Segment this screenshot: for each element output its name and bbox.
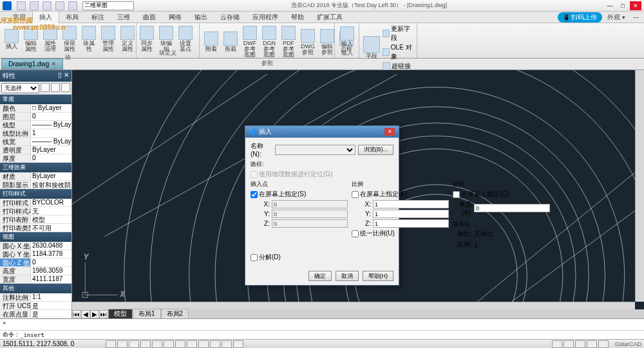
property-row[interactable]: 线型比例1 [0, 129, 71, 138]
ribbon-button[interactable]: 插入 [3, 28, 21, 51]
vertical-scrollbar[interactable] [635, 70, 644, 302]
qat-open-icon[interactable] [30, 1, 39, 10]
ribbon-button[interactable]: 剪裁 [222, 30, 240, 53]
selection-filter[interactable]: 无选择 [1, 83, 39, 93]
select-objects-icon[interactable] [61, 83, 70, 92]
ribbon-button[interactable]: DWG参照 [299, 28, 317, 57]
property-row[interactable]: 材质ByLayer [0, 172, 71, 181]
ribbon-minimize-icon[interactable]: — [630, 14, 641, 21]
property-row[interactable]: 线宽——— ByLayer [0, 138, 71, 146]
scale-x-input[interactable] [373, 200, 449, 208]
insert-z-input[interactable] [272, 219, 348, 228]
sb-right3-icon[interactable] [575, 340, 585, 348]
property-row[interactable]: 线型——— ByLayer [0, 121, 71, 129]
ribbon-tab-help[interactable]: 帮助 [285, 12, 310, 23]
sb-right2-icon[interactable] [564, 340, 574, 348]
property-row[interactable]: 打印表附模型 [0, 215, 71, 224]
property-row[interactable]: 打印样式BYCOLOR [0, 199, 71, 207]
close-button[interactable]: ✕ [630, 1, 641, 10]
ribbon-button[interactable]: 属性清理 [41, 24, 59, 53]
property-row[interactable]: 阴影显示投射和接收阴影 [0, 181, 71, 189]
property-section-header[interactable]: 打印样式 [0, 189, 71, 199]
dialog-close-button[interactable]: ✕ [384, 128, 395, 136]
lwt-toggle-icon[interactable] [175, 340, 185, 348]
sb-right4-icon[interactable] [587, 340, 597, 348]
ribbon-button[interactable]: 块属性 [80, 24, 98, 53]
property-section-header[interactable]: 三维效果 [0, 163, 71, 172]
ribbon-button[interactable]: 管理属性 [99, 24, 117, 53]
layout-nav-prev-icon[interactable]: ◀ [81, 310, 90, 318]
scale-onscreen-checkbox[interactable] [352, 191, 359, 198]
otrack-toggle-icon[interactable] [164, 340, 174, 348]
qat-redo-icon[interactable] [68, 1, 77, 10]
rotation-onscreen-checkbox[interactable] [453, 191, 460, 198]
qat-undo-icon[interactable] [55, 1, 64, 10]
insert-x-input[interactable] [272, 200, 348, 208]
property-row[interactable]: 圆心 Y 坐标1184.3778 [0, 250, 71, 259]
appearance-button[interactable]: 外观 ▾ [605, 13, 628, 22]
ribbon-tab-3d[interactable]: 三维 [111, 12, 137, 23]
minimize-button[interactable]: — [604, 1, 616, 10]
ribbon-button[interactable]: 附着 [202, 30, 220, 53]
ribbon-button-field[interactable]: 字段 [362, 35, 381, 60]
property-row[interactable]: 图层0 [0, 113, 71, 121]
dyn-toggle-icon[interactable] [187, 340, 197, 348]
property-row[interactable]: 注释比例1:1 [0, 293, 71, 302]
insert-point-onscreen-checkbox[interactable] [251, 191, 258, 198]
ribbon-tab-home[interactable]: 常用 [6, 12, 32, 23]
scale-y-input[interactable] [373, 210, 449, 218]
model-toggle-icon[interactable] [198, 340, 209, 348]
layout1-tab[interactable]: 布局1 [133, 309, 161, 318]
property-row[interactable]: 在原点显是 [0, 310, 71, 318]
ribbon-small-button[interactable]: OLE 对象 [383, 43, 414, 61]
ribbon-button[interactable]: 保留属性 [61, 24, 79, 53]
ribbon-small-button[interactable]: 超链接 [383, 62, 414, 71]
maximize-button[interactable]: □ [617, 1, 629, 10]
property-row[interactable]: 打印表类型不可用 [0, 224, 71, 232]
property-row[interactable]: 高度1986.3059 [0, 267, 71, 275]
ribbon-small-button[interactable]: 更新字段 [383, 24, 414, 42]
polar-toggle-icon[interactable] [140, 340, 151, 348]
ribbon-tab-surface[interactable]: 曲面 [137, 12, 162, 23]
workspace-selector[interactable] [82, 1, 134, 10]
sb-extra3-icon[interactable] [233, 340, 243, 348]
layout-nav-next-icon[interactable]: ▶ [90, 310, 99, 318]
snap-toggle-icon[interactable] [106, 340, 116, 348]
property-row[interactable]: 圆心 Z 坐标0 [0, 259, 71, 267]
sb-extra2-icon[interactable] [222, 340, 232, 348]
ribbon-button[interactable]: DGN参考底图 [260, 24, 278, 59]
property-row[interactable]: 透明度ByLayer [0, 146, 71, 154]
ribbon-button[interactable]: 编辑参照 [318, 28, 336, 57]
property-section-header[interactable]: 视图 [0, 232, 71, 242]
sb-right5-icon[interactable] [598, 340, 609, 348]
property-row[interactable]: 颜色□ ByLayer [0, 104, 71, 113]
explode-checkbox[interactable] [251, 254, 258, 261]
osnap-toggle-icon[interactable] [152, 340, 162, 348]
command-input[interactable] [20, 332, 641, 338]
property-row[interactable]: 厚度0 [0, 154, 71, 163]
property-row[interactable]: 打开 UCS是 [0, 302, 71, 310]
pickadd-icon[interactable] [51, 83, 60, 92]
ribbon-tab-annotate[interactable]: 标注 [85, 12, 111, 23]
layout-nav-first-icon[interactable]: ⏮ [72, 310, 81, 318]
ok-button[interactable]: 确定 [308, 271, 332, 281]
scale-z-input[interactable] [373, 219, 449, 228]
ribbon-button[interactable]: 编辑属性 [22, 24, 40, 53]
ribbon-tab-extensions[interactable]: 扩展工具 [310, 12, 349, 23]
block-name-select[interactable] [275, 145, 355, 155]
property-section-header[interactable]: 常规 [0, 95, 71, 104]
doc-tab-close-icon[interactable]: ✕ [52, 61, 56, 67]
ribbon-tab-mesh[interactable]: 网络 [162, 12, 188, 23]
panel-close-icon[interactable]: ▯ ✕ [58, 71, 69, 80]
qat-new-icon[interactable] [17, 1, 26, 10]
ribbon-tab-output[interactable]: 输出 [188, 12, 214, 23]
layout-nav-last-icon[interactable]: ⏭ [99, 310, 108, 318]
ribbon-button[interactable]: 输入 [337, 25, 356, 48]
model-tab[interactable]: 模型 [108, 309, 133, 318]
property-row[interactable]: 圆心 X 坐标2630.0488 [0, 242, 71, 250]
insert-y-input[interactable] [272, 210, 348, 218]
ribbon-tab-cloud[interactable]: 云存储 [214, 12, 246, 23]
ribbon-tab-insert[interactable]: 插入 [32, 11, 59, 23]
ribbon-button[interactable]: PDF参考底图 [279, 24, 298, 59]
ribbon-tab-apps[interactable]: 应用程序 [246, 12, 285, 23]
